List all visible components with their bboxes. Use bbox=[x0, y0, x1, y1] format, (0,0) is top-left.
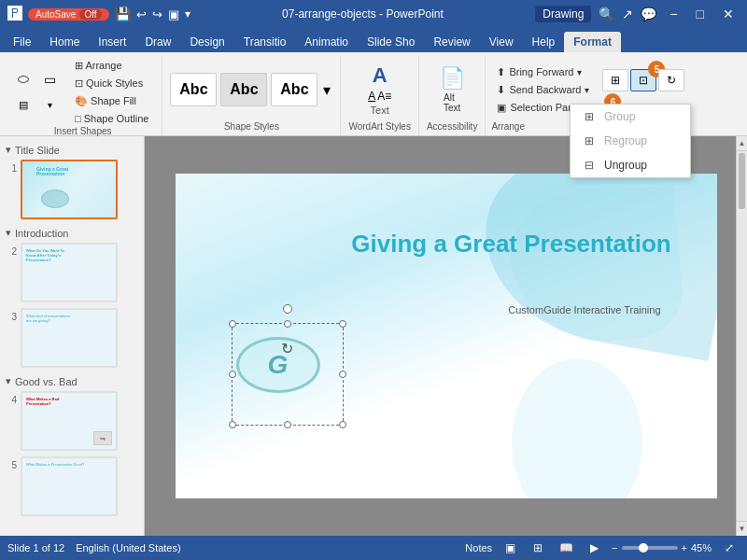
tab-format[interactable]: Format bbox=[564, 32, 621, 52]
rotate-handle[interactable] bbox=[283, 304, 292, 314]
rotate-symbol[interactable]: ↻ bbox=[281, 340, 293, 357]
send-backward-arrow[interactable]: ▾ bbox=[585, 85, 589, 95]
abc-style-1[interactable]: Abc bbox=[170, 73, 217, 106]
zoom-out-btn[interactable]: − bbox=[612, 542, 617, 553]
rect-shape[interactable]: ▭ bbox=[37, 67, 62, 91]
normal-view-btn[interactable]: ▣ bbox=[500, 539, 520, 556]
scrollbar-thumb[interactable] bbox=[739, 153, 745, 209]
tab-insert[interactable]: Insert bbox=[89, 32, 135, 52]
slide-sorter-btn[interactable]: ⊞ bbox=[528, 539, 548, 556]
save-icon[interactable]: 💾 bbox=[115, 7, 131, 21]
slide-thumb-5[interactable]: 5 What Makes a Presentation Good? bbox=[4, 455, 140, 518]
text-fill-btn[interactable]: A bbox=[373, 63, 388, 88]
rotate-button[interactable]: ↻ bbox=[658, 69, 684, 91]
ungroup-icon: ⊟ bbox=[582, 159, 597, 172]
handle-top-right[interactable] bbox=[339, 320, 346, 328]
tab-home[interactable]: Home bbox=[40, 32, 89, 52]
fit-slide-btn[interactable]: ⤢ bbox=[719, 539, 740, 556]
slide-image-5[interactable]: What Makes a Presentation Good? bbox=[21, 456, 118, 516]
status-bar: Slide 1 of 12 English (United States) No… bbox=[0, 536, 747, 560]
restore-button[interactable]: □ bbox=[691, 5, 710, 23]
slide-panel[interactable]: ▾ Title Slide 1 Giving a Great Presentat… bbox=[0, 136, 145, 536]
text-effects-btn[interactable]: A≡ bbox=[377, 90, 391, 103]
tab-view[interactable]: View bbox=[480, 32, 523, 52]
alt-text-button[interactable]: 📄 AltText bbox=[433, 63, 471, 116]
slide-image-3[interactable]: What kind of presentationsare we giving? bbox=[21, 308, 118, 368]
logo-selection[interactable]: G ↻ bbox=[232, 323, 344, 426]
tab-draw[interactable]: Draw bbox=[135, 32, 180, 52]
tab-slideshow[interactable]: Slide Sho bbox=[358, 32, 424, 52]
text-outline-btn[interactable]: A bbox=[368, 90, 375, 103]
shapes-btn[interactable]: ▤ bbox=[11, 93, 35, 118]
comments-icon[interactable]: 💬 bbox=[641, 7, 656, 21]
slide-thumb-1[interactable]: 1 Giving a Great Presentation bbox=[4, 158, 140, 221]
tab-design[interactable]: Design bbox=[180, 32, 233, 52]
reading-view-btn[interactable]: 📖 bbox=[556, 539, 576, 556]
handle-bot-center[interactable] bbox=[284, 421, 291, 428]
bring-forward-arrow[interactable]: ▾ bbox=[577, 67, 582, 77]
redo-icon[interactable]: ↪ bbox=[152, 7, 162, 21]
notes-button[interactable]: Notes bbox=[465, 542, 492, 553]
ungroup-label: Ungroup bbox=[604, 159, 647, 172]
tab-transitions[interactable]: Transitio bbox=[234, 32, 296, 52]
presenter-view-btn[interactable]: ▶ bbox=[584, 539, 604, 556]
handle-bot-left[interactable] bbox=[229, 421, 236, 428]
bring-forward-btn[interactable]: ⬆ Bring Forward ▾ bbox=[491, 64, 595, 80]
group-button[interactable]: ⊡ 5 bbox=[630, 69, 656, 91]
insert-shapes-label: Insert Shapes bbox=[54, 126, 112, 138]
slide-image-4[interactable]: What Makes a BadPresentation? img bbox=[21, 391, 118, 451]
zoom-slider[interactable] bbox=[622, 546, 678, 550]
section-good-vs-bad: ▾ Good vs. Bad bbox=[4, 371, 140, 389]
tab-review[interactable]: Review bbox=[424, 32, 479, 52]
present-icon[interactable]: ▣ bbox=[168, 7, 179, 21]
slide-thumb-2[interactable]: 2 What Do You Want ToKnow After Today'sP… bbox=[4, 241, 140, 304]
handle-top-center[interactable] bbox=[284, 320, 291, 328]
slide-thumb-4[interactable]: 4 What Makes a BadPresentation? img bbox=[4, 389, 140, 453]
zoom-in-btn[interactable]: + bbox=[682, 542, 687, 553]
scroll-down-arrow[interactable]: ▼ bbox=[737, 521, 747, 536]
send-backward-btn[interactable]: ⬇ Send Backward ▾ bbox=[491, 82, 595, 98]
abc-style-2[interactable]: Abc bbox=[220, 73, 267, 106]
shape-styles-expand[interactable]: ▾ bbox=[321, 79, 332, 101]
quick-styles-btn[interactable]: ⊡ Quick Styles bbox=[69, 76, 154, 91]
ribbon-group-shape-styles: Abc Abc Abc ▾ Shape Styles bbox=[162, 56, 341, 135]
tab-file[interactable]: File bbox=[4, 32, 40, 52]
zoom-thumb[interactable] bbox=[639, 543, 648, 553]
shapes-row2: ▤ ▾ bbox=[11, 93, 62, 118]
group-menu-item[interactable]: ⊞ Group bbox=[571, 105, 690, 129]
slide-image-1[interactable]: Giving a Great Presentation bbox=[21, 160, 118, 219]
autosave-badge[interactable]: AutoSave Off bbox=[28, 8, 109, 21]
shapes-row1: ⬭ ▭ bbox=[11, 67, 62, 91]
search-icon[interactable]: 🔍 bbox=[599, 7, 614, 21]
handle-bot-right[interactable] bbox=[339, 421, 346, 428]
title-bar-left: 🅿 AutoSave Off 💾 ↩ ↪ ▣ ▾ bbox=[7, 6, 190, 22]
arrange-btn[interactable]: ⊞ Arrange bbox=[69, 58, 154, 74]
slide-number-3: 3 bbox=[6, 312, 17, 322]
group-icon: ⊞ bbox=[582, 110, 597, 123]
handle-mid-right[interactable] bbox=[339, 371, 346, 378]
handle-top-left[interactable] bbox=[229, 320, 236, 328]
abc-style-3[interactable]: Abc bbox=[271, 73, 317, 106]
shape-outline-btn[interactable]: □ Shape Outline bbox=[69, 111, 154, 126]
close-button[interactable]: ✕ bbox=[717, 5, 740, 23]
align-button[interactable]: ⊞ bbox=[602, 69, 628, 91]
zoom-bar: − + 45% bbox=[612, 542, 712, 553]
scroll-up-arrow[interactable]: ▲ bbox=[737, 136, 747, 151]
share-icon[interactable]: ↗ bbox=[622, 7, 633, 21]
slide-canvas[interactable]: Giving a Great Presentation CustomGuide … bbox=[176, 174, 717, 498]
slide-thumb-3[interactable]: 3 What kind of presentationsare we givin… bbox=[4, 306, 140, 370]
slide-image-2[interactable]: What Do You Want ToKnow After Today'sPre… bbox=[21, 243, 118, 302]
handle-mid-left[interactable] bbox=[229, 371, 236, 378]
undo-icon[interactable]: ↩ bbox=[136, 7, 147, 21]
autosave-toggle[interactable]: Off bbox=[79, 9, 101, 20]
shapes-more[interactable]: ▾ bbox=[37, 93, 62, 118]
minimize-button[interactable]: − bbox=[664, 5, 683, 23]
oval-shape[interactable]: ⬭ bbox=[11, 67, 35, 91]
section-label-2: Introduction bbox=[15, 228, 68, 239]
regroup-menu-item[interactable]: ⊞ Regroup bbox=[571, 129, 690, 153]
shape-fill-btn[interactable]: 🎨 Shape Fill bbox=[69, 93, 154, 109]
vertical-scrollbar[interactable]: ▲ ▼ bbox=[736, 136, 747, 536]
tab-help[interactable]: Help bbox=[523, 32, 565, 52]
tab-animations[interactable]: Animatio bbox=[295, 32, 358, 52]
ungroup-menu-item[interactable]: ⊟ Ungroup bbox=[571, 153, 690, 177]
